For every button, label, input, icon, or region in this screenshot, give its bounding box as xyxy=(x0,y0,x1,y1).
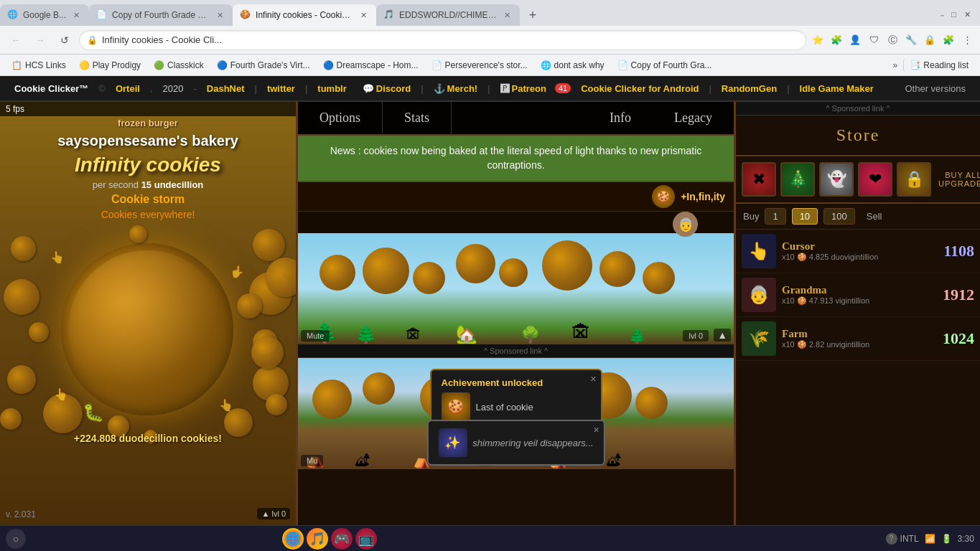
merch-item[interactable]: ⚓ Merch! xyxy=(426,80,485,97)
close-button[interactable]: ✕ xyxy=(964,10,974,20)
upgrade-icon-2[interactable]: 🎄 xyxy=(780,162,815,197)
year-text: 2020 xyxy=(156,80,191,97)
extension2-icon[interactable]: 🔧 xyxy=(904,33,918,47)
bookmark-fourth-label: Fourth Grade's Virt... xyxy=(230,60,310,70)
tab-close-cookies[interactable]: ✕ xyxy=(358,9,369,21)
other-versions-button[interactable]: Other versions xyxy=(897,80,973,97)
bookmark-perseverence[interactable]: 📄 Perseverence's stor... xyxy=(426,57,533,74)
legacy-button[interactable]: Legacy xyxy=(653,102,734,134)
shimmer-text: shimmering veil disappears... xyxy=(472,438,593,448)
grandma-bar: 👵 xyxy=(298,212,734,233)
dashnet-link[interactable]: DashNet xyxy=(200,80,252,97)
expand-scene-button[interactable]: ▲ xyxy=(714,329,731,342)
shield2-icon[interactable]: 🔒 xyxy=(923,33,937,47)
forward-button[interactable]: → xyxy=(30,30,50,50)
menu-icon[interactable]: ⋮ xyxy=(960,33,974,47)
taskbar-start-button[interactable]: ○ xyxy=(6,529,26,549)
buy-all-upgrades-button[interactable]: Buy all upgrades xyxy=(935,168,980,191)
taskbar-chrome-icon[interactable]: 🌐 xyxy=(282,528,304,550)
bookmarks-more-button[interactable]: » xyxy=(889,59,902,72)
bookmark-copyfourth[interactable]: 📄 Copy of Fourth Gra... xyxy=(612,57,718,74)
tab-close-google[interactable]: ✕ xyxy=(70,9,82,21)
bookmark-dreamscape[interactable]: 🔵 Dreamscape - Hom... xyxy=(317,57,424,74)
version-text: v. 2.031 xyxy=(6,509,36,519)
tab-copy-fourth[interactable]: 📄 Copy of Fourth Grade Daily ✕ xyxy=(89,4,233,26)
shield-icon[interactable]: 🛡 xyxy=(867,33,881,47)
address-icons: ⭐ 🧩 👤 🛡 Ⓒ 🔧 🔒 🧩 ⋮ xyxy=(811,33,974,47)
quantity-1-button[interactable]: 1 xyxy=(765,208,785,225)
reading-list-button[interactable]: 📑 Reading list xyxy=(903,59,974,72)
fps-counter: 5 fps xyxy=(6,104,24,114)
bookmark-dontask-icon: 🌐 xyxy=(541,60,551,70)
tumblr-link[interactable]: tumblr xyxy=(310,80,353,97)
tab-close-copy[interactable]: ✕ xyxy=(214,9,225,21)
taskbar-video-icon[interactable]: 📺 xyxy=(355,528,377,550)
c-extension-icon[interactable]: Ⓒ xyxy=(885,33,900,47)
tab-eddsworld[interactable]: 🎵 EDDSWORLD//CHIME//Mer... ✕ xyxy=(376,4,520,26)
taskbar-music-icon[interactable]: 🎵 xyxy=(307,528,328,550)
cursor-building-name: Cursor xyxy=(782,240,933,253)
bookmark-classkick[interactable]: 🟢 Classkick xyxy=(148,57,210,74)
grandma-building-item[interactable]: 👵 Grandma x10 🍪 47.913 vigintillion 1912 xyxy=(736,273,980,317)
tab-close-edds[interactable]: ✕ xyxy=(501,9,513,21)
achievement-close-button[interactable]: × xyxy=(590,373,596,385)
cookie-sprite-area[interactable]: 👆 👆 👆 👆 🐛 xyxy=(0,222,296,451)
maximize-button[interactable]: □ xyxy=(951,10,961,20)
upgrade-icons-row: ✖ 🎄 👻 ❤ 🔒 Buy all upgrades xyxy=(736,156,980,204)
upgrade-icon-4[interactable]: ❤ xyxy=(858,162,892,197)
minimize-button[interactable]: － xyxy=(938,10,948,20)
upgrade-icon-1[interactable]: ✖ xyxy=(742,162,776,197)
randomgen-link[interactable]: RandomGen xyxy=(714,80,784,97)
cursor-building-sub: x10 🍪 4.825 duovigintillion xyxy=(782,253,933,262)
discord-item[interactable]: 💬 Discord xyxy=(355,80,418,97)
farm-building-item[interactable]: 🌾 Farm x10 🍪 2.82 unvigintillion 1024 xyxy=(736,317,980,361)
android-item[interactable]: Cookie Clicker for Android xyxy=(574,80,706,97)
mute-button[interactable]: Mute xyxy=(301,330,330,342)
upgrade-icon-3[interactable]: 👻 xyxy=(819,162,854,197)
tab-infinity-cookies[interactable]: 🍪 Infinity cookies - Cookie Cli... ✕ xyxy=(233,4,376,26)
bookmark-star-icon[interactable]: ⭐ xyxy=(811,33,825,47)
upgrade-icon-5[interactable]: 🔒 xyxy=(897,162,931,197)
options-button[interactable]: Options xyxy=(298,102,383,134)
patreon-item[interactable]: 🅿 Patreon xyxy=(493,80,554,97)
floating-cookie-3 xyxy=(29,322,49,342)
discord-link: Discord xyxy=(376,83,411,94)
orteil-link[interactable]: Orteil xyxy=(108,80,147,97)
shimmer-close-button[interactable]: × xyxy=(593,424,599,435)
stats-button[interactable]: Stats xyxy=(383,102,452,134)
separator8: | xyxy=(709,83,711,94)
twitter-link[interactable]: twitter xyxy=(260,80,302,97)
info-button[interactable]: Info xyxy=(588,102,653,134)
chrome-extension-icon[interactable]: 🧩 xyxy=(829,33,844,47)
cursor-building-item[interactable]: 👆 Cursor x10 🍪 4.825 duovigintillion 110… xyxy=(736,230,980,273)
floating-cookie-14 xyxy=(144,430,158,444)
bookmark-hcs-label: HCS Links xyxy=(25,60,66,70)
bookmark-perseverence-icon: 📄 xyxy=(431,60,442,70)
taskbar-game-icon[interactable]: 🎮 xyxy=(331,528,353,550)
main-cookie[interactable]: 👆 👆 👆 👆 🐛 xyxy=(61,243,233,415)
tab-bar: 🌐 Google B... ✕ 📄 Copy of Fourth Grade D… xyxy=(0,0,980,26)
back-button[interactable]: ← xyxy=(6,30,26,50)
bookmark-dreamscape-icon: 🔵 xyxy=(323,60,334,70)
quantity-10-button[interactable]: 10 xyxy=(792,208,818,225)
reading-list-icon: 📑 xyxy=(910,60,920,70)
cookie-background: 5 fps frozen burger saysopensesame's bak… xyxy=(0,102,296,525)
cave-2: 🏕 xyxy=(355,453,370,469)
tab-google[interactable]: 🌐 Google B... ✕ xyxy=(0,4,89,26)
new-tab-button[interactable]: + xyxy=(523,5,543,25)
store-sponsored-text: ^ Sponsored link ^ xyxy=(826,104,890,113)
left-panel: 5 fps frozen burger saysopensesame's bak… xyxy=(0,102,298,525)
bookmark-fourth[interactable]: 🔵 Fourth Grade's Virt... xyxy=(211,57,316,74)
puzzle-icon[interactable]: 🧩 xyxy=(941,33,956,47)
bookmark-dontask[interactable]: 🌐 dont ask why xyxy=(535,57,610,74)
quantity-100-button[interactable]: 100 xyxy=(823,208,855,225)
grandma-building-sub: x10 🍪 47.913 vigintillion xyxy=(782,296,933,306)
address-input[interactable]: 🔒 Infinity cookies - Cookie Cli... xyxy=(79,30,806,50)
profile-icon[interactable]: 👤 xyxy=(848,33,862,47)
refresh-button[interactable]: ↺ xyxy=(55,30,75,50)
idle-game-maker-link[interactable]: Idle Game Maker xyxy=(793,80,881,97)
bookmark-prodigy[interactable]: 🟡 Play Prodigy xyxy=(73,57,146,74)
tab-icon-edds: 🎵 xyxy=(383,9,395,21)
buy-label: Buy xyxy=(743,211,759,222)
bookmark-hcs[interactable]: 📋 HCS Links xyxy=(6,57,72,74)
